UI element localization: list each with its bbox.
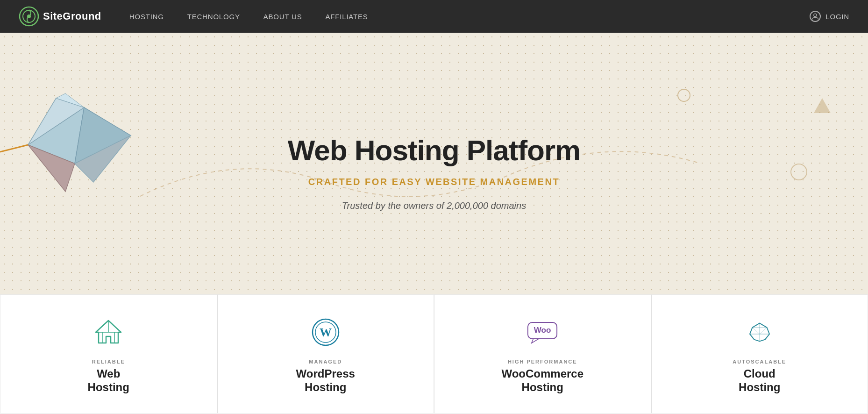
login-area[interactable]: LOGIN — [810, 11, 849, 22]
house-icon — [92, 316, 125, 349]
hero-title: Web Hosting Platform — [288, 135, 580, 166]
svg-line-9 — [0, 145, 28, 152]
wordpress-icon: W — [309, 316, 342, 349]
nav-links: HOSTING TECHNOLOGY ABOUT US AFFILIATES — [129, 13, 368, 21]
card-title-cloud: CloudHosting — [739, 367, 780, 394]
hero-description: Trusted by the owners of 2,000,000 domai… — [288, 200, 580, 211]
nav-hosting[interactable]: HOSTING — [129, 13, 164, 21]
woocommerce-icon: Woo — [526, 316, 559, 349]
deco-triangle — [814, 98, 831, 113]
deco-circle-1 — [677, 89, 690, 102]
card-tag-wordpress: MANAGED — [309, 359, 342, 364]
hero-subtitle: CRAFTED FOR EASY WEBSITE MANAGEMENT — [288, 177, 580, 187]
svg-text:Woo: Woo — [534, 326, 551, 335]
nav-technology[interactable]: TECHNOLOGY — [187, 13, 240, 21]
card-woocommerce-hosting[interactable]: Woo HIGH PERFORMANCE WooCommerceHosting — [434, 294, 651, 414]
card-tag-woocommerce: HIGH PERFORMANCE — [508, 359, 577, 364]
svg-line-30 — [760, 328, 767, 334]
hero-section: Web Hosting Platform CRAFTED FOR EASY WE… — [0, 33, 868, 294]
card-web-hosting[interactable]: RELIABLE WebHosting — [0, 294, 217, 414]
logo[interactable]: SiteGround — [19, 6, 101, 27]
svg-point-2 — [27, 14, 31, 18]
card-title-web-hosting: WebHosting — [88, 367, 129, 394]
svg-text:W: W — [320, 326, 332, 339]
card-title-wordpress: WordPressHosting — [296, 367, 355, 394]
hero-content: Web Hosting Platform CRAFTED FOR EASY WE… — [288, 135, 580, 211]
svg-point-3 — [814, 14, 817, 16]
cloud-icon — [743, 316, 776, 349]
svg-marker-23 — [532, 339, 539, 343]
hosting-cards: RELIABLE WebHosting W MANAGED WordPressH… — [0, 294, 868, 414]
deco-circle-2 — [790, 164, 807, 180]
user-icon — [810, 11, 821, 22]
logo-text: SiteGround — [43, 10, 101, 22]
card-tag-cloud: AUTOSCALABLE — [733, 359, 786, 364]
card-tag-web-hosting: RELIABLE — [92, 359, 125, 364]
navbar: SiteGround HOSTING TECHNOLOGY ABOUT US A… — [0, 0, 868, 33]
nav-about-us[interactable]: ABOUT US — [263, 13, 302, 21]
siteground-logo-icon — [19, 6, 39, 27]
card-wordpress-hosting[interactable]: W MANAGED WordPressHosting — [217, 294, 434, 414]
svg-line-29 — [752, 328, 760, 334]
origami-bird — [0, 70, 149, 220]
nav-affiliates[interactable]: AFFILIATES — [326, 13, 368, 21]
card-title-woocommerce: WooCommerceHosting — [501, 367, 583, 394]
login-label: LOGIN — [825, 13, 849, 21]
card-cloud-hosting[interactable]: AUTOSCALABLE CloudHosting — [651, 294, 868, 414]
